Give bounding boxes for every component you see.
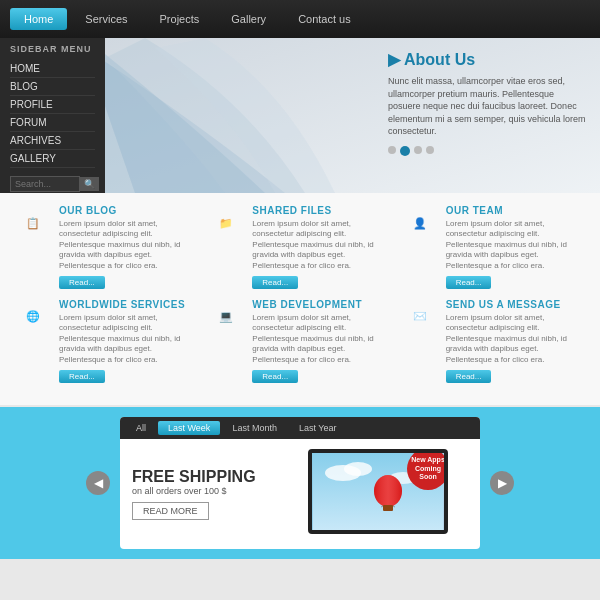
monitor-shape: New Apps Coming Soon: [308, 449, 448, 534]
cell-content-team: OUR TEAM Lorem ipsum dolor sit amet, con…: [446, 205, 585, 289]
cell-content-webdev: WEB DEVELOPMENT Lorem ipsum dolor sit am…: [252, 299, 391, 383]
new-apps-badge: New Apps Coming Soon: [407, 449, 448, 490]
cell-text-team: Lorem ipsum dolor sit amet, consectetur …: [446, 219, 585, 271]
globe-icon: 🌐: [15, 299, 51, 335]
sidebar-item-profile[interactable]: PROFILE: [10, 96, 95, 114]
new-apps-line1: New Apps: [411, 456, 445, 464]
dot-2[interactable]: [400, 146, 410, 156]
search-input[interactable]: [10, 176, 80, 192]
dot-4[interactable]: [426, 146, 434, 154]
sidebar-item-blog[interactable]: BLOG: [10, 78, 95, 96]
slider-main-title: FREE SHIPPING: [132, 468, 298, 486]
cell-title-message: SEND US A MESSAGE: [446, 299, 585, 310]
cell-content-message: SEND US A MESSAGE Lorem ipsum dolor sit …: [446, 299, 585, 383]
svg-point-6: [374, 475, 402, 507]
grid-cell-webdev: 💻 WEB DEVELOPMENT Lorem ipsum dolor sit …: [208, 299, 391, 383]
nav-projects[interactable]: Projects: [146, 8, 214, 30]
read-more-files[interactable]: Read...: [252, 276, 298, 289]
grid-cell-message: ✉️ SEND US A MESSAGE Lorem ipsum dolor s…: [402, 299, 585, 383]
cell-content-files: SHARED FILES Lorem ipsum dolor sit amet,…: [252, 205, 391, 289]
slider-tab-all[interactable]: All: [126, 421, 156, 435]
read-more-webdev[interactable]: Read...: [252, 370, 298, 383]
hero-title-text: About Us: [404, 51, 475, 69]
nav-gallery[interactable]: Gallery: [217, 8, 280, 30]
slider-image-section: New Apps Coming Soon: [308, 449, 468, 539]
slider-tab-lastweek[interactable]: Last Week: [158, 421, 220, 435]
hero-title-arrow: ▶: [388, 50, 400, 69]
grid-cell-files: 📁 SHARED FILES Lorem ipsum dolor sit ame…: [208, 205, 391, 289]
content-grid: 📋 OUR BLOG Lorem ipsum dolor sit amet, c…: [0, 193, 600, 405]
nav-contact[interactable]: Contact us: [284, 8, 365, 30]
read-more-message[interactable]: Read...: [446, 370, 492, 383]
cell-text-message: Lorem ipsum dolor sit amet, consectetur …: [446, 313, 585, 365]
new-apps-line2: Coming Soon: [407, 465, 448, 482]
main-container: SIDEBAR MENU HOME BLOG PROFILE FORUM ARC…: [0, 38, 600, 193]
cell-text-worldwide: Lorem ipsum dolor sit amet, consectetur …: [59, 313, 198, 365]
grid-row-2: 🌐 WORLDWIDE SERVICES Lorem ipsum dolor s…: [15, 299, 585, 383]
cell-title-files: SHARED FILES: [252, 205, 391, 216]
folder-icon: 📁: [208, 205, 244, 241]
slider-arrow-left[interactable]: ◀: [86, 471, 110, 495]
hero-content: ▶ About Us Nunc elit massa, ullamcorper …: [388, 50, 588, 156]
nav-home[interactable]: Home: [10, 8, 67, 30]
hero-dots: [388, 146, 588, 156]
slider-tab-lastyear[interactable]: Last Year: [289, 421, 347, 435]
grid-row-1: 📋 OUR BLOG Lorem ipsum dolor sit amet, c…: [15, 205, 585, 289]
hero-title: ▶ About Us: [388, 50, 588, 69]
slider-tab-lastmonth[interactable]: Last Month: [222, 421, 287, 435]
cell-content-blog: OUR BLOG Lorem ipsum dolor sit amet, con…: [59, 205, 198, 289]
person-icon: 👤: [402, 205, 438, 241]
dot-1[interactable]: [388, 146, 396, 154]
hero-area: ▶ About Us Nunc elit massa, ullamcorper …: [105, 38, 600, 193]
nav-services[interactable]: Services: [71, 8, 141, 30]
grid-cell-blog: 📋 OUR BLOG Lorem ipsum dolor sit amet, c…: [15, 205, 198, 289]
cell-title-blog: OUR BLOG: [59, 205, 198, 216]
laptop-icon: 💻: [208, 299, 244, 335]
cell-content-worldwide: WORLDWIDE SERVICES Lorem ipsum dolor sit…: [59, 299, 198, 383]
cell-title-team: OUR TEAM: [446, 205, 585, 216]
slider-body: FREE SHIPPING on all orders over 100 $ R…: [120, 439, 480, 549]
read-more-blog[interactable]: Read...: [59, 276, 105, 289]
sidebar-search: 🔍: [10, 176, 95, 192]
sidebar: SIDEBAR MENU HOME BLOG PROFILE FORUM ARC…: [0, 38, 105, 193]
sidebar-item-archives[interactable]: ARCHIVES: [10, 132, 95, 150]
cell-text-files: Lorem ipsum dolor sit amet, consectetur …: [252, 219, 391, 271]
cell-text-webdev: Lorem ipsum dolor sit amet, consectetur …: [252, 313, 391, 365]
sidebar-item-forum[interactable]: FORUM: [10, 114, 95, 132]
slider-cta-button[interactable]: READ MORE: [132, 502, 209, 520]
cell-title-worldwide: WORLDWIDE SERVICES: [59, 299, 198, 310]
read-more-worldwide[interactable]: Read...: [59, 370, 105, 383]
slider-sub-title: on all orders over 100 $: [132, 486, 298, 496]
dot-3[interactable]: [414, 146, 422, 154]
slider-tabs: All Last Week Last Month Last Year: [120, 417, 480, 439]
cell-title-webdev: WEB DEVELOPMENT: [252, 299, 391, 310]
grid-cell-worldwide: 🌐 WORLDWIDE SERVICES Lorem ipsum dolor s…: [15, 299, 198, 383]
sidebar-item-gallery[interactable]: GALLERY: [10, 150, 95, 168]
slider-text-section: FREE SHIPPING on all orders over 100 $ R…: [132, 468, 298, 520]
cell-text-blog: Lorem ipsum dolor sit amet, consectetur …: [59, 219, 198, 271]
mail-icon: ✉️: [402, 299, 438, 335]
hero-text: Nunc elit massa, ullamcorper vitae eros …: [388, 75, 588, 138]
svg-point-3: [344, 462, 372, 476]
slider-arrow-right[interactable]: ▶: [490, 471, 514, 495]
clipboard-icon: 📋: [15, 205, 51, 241]
svg-rect-7: [383, 505, 393, 511]
read-more-team[interactable]: Read...: [446, 276, 492, 289]
slider-card: All Last Week Last Month Last Year FREE …: [120, 417, 480, 549]
sidebar-item-home[interactable]: HOME: [10, 60, 95, 78]
search-button[interactable]: 🔍: [80, 177, 99, 191]
top-nav: Home Services Projects Gallery Contact u…: [0, 0, 600, 38]
bottom-slider: ◀ All Last Week Last Month Last Year FRE…: [0, 407, 600, 559]
sidebar-title: SIDEBAR MENU: [10, 44, 95, 54]
grid-cell-team: 👤 OUR TEAM Lorem ipsum dolor sit amet, c…: [402, 205, 585, 289]
